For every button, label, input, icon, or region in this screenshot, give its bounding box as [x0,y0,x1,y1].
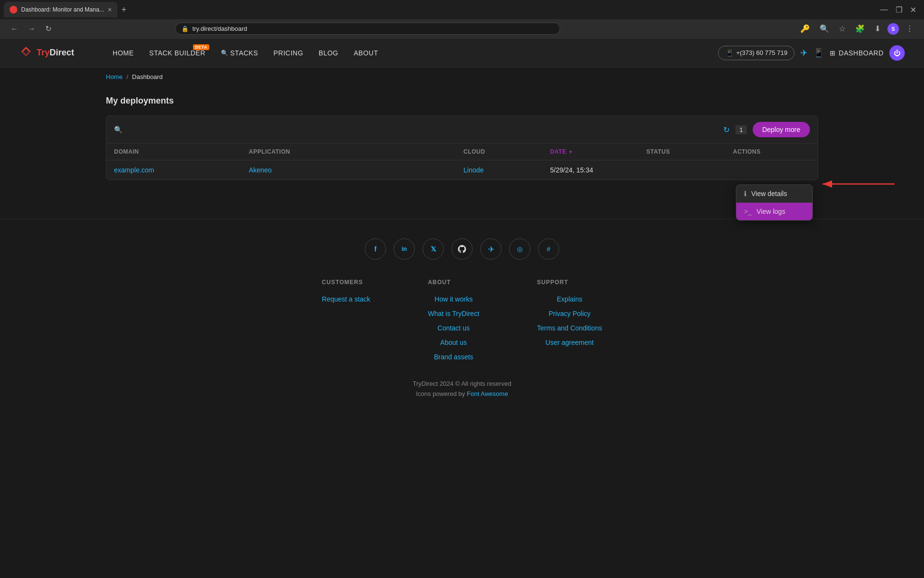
social-discord[interactable]: ◎ [509,238,530,260]
footer-contact[interactable]: Contact us [428,324,479,332]
count-badge: 1 [735,125,746,134]
search-input[interactable] [126,126,718,133]
table-row: example.com Akeneo Linode 5/29/24, 15:34… [106,160,818,180]
font-awesome-link[interactable]: Font Awesome [467,390,508,397]
new-tab-btn[interactable]: + [117,5,130,15]
social-twitter[interactable]: 𝕏 [423,238,444,260]
grid-icon: ⊞ [830,49,836,57]
info-icon: ℹ [744,190,746,197]
table-header: Domain Application Cloud Date ▼ Status A… [106,144,818,160]
social-linkedin[interactable]: in [394,238,415,260]
arrow-indicator [818,177,904,191]
view-logs-item[interactable]: >_ View logs [736,203,812,220]
password-manager-icon[interactable]: 🔑 [797,22,813,35]
minimize-btn[interactable]: — [876,3,892,16]
footer-what-is[interactable]: What is TryDirect [428,310,479,317]
footer-how-it-works[interactable]: How it works [428,295,479,303]
nav-about[interactable]: ABOUT [354,49,378,57]
domain-cell[interactable]: example.com [114,166,249,174]
tab-close-btn[interactable]: × [108,6,112,13]
active-tab[interactable]: Dashboard: Monitor and Mana... × [4,2,117,17]
view-details-item[interactable]: ℹ View details [736,185,812,203]
search-wrapper: 🔍 [114,126,718,133]
whatsapp-btn[interactable]: 📱 [813,48,824,58]
breadcrumb-current: Dashboard [132,73,163,80]
footer: f in 𝕏 ✈ ◎ # CUSTOMERS Request a stack A… [0,219,924,407]
social-github[interactable] [451,238,473,260]
url-input[interactable] [192,25,554,32]
forward-btn[interactable]: → [25,23,38,35]
social-slack[interactable]: # [538,238,559,260]
logo[interactable]: TryDirect [19,46,74,60]
zoom-icon[interactable]: 🔍 [817,22,832,35]
col-cloud-header: Cloud [463,148,550,155]
tab-title: Dashboard: Monitor and Mana... [21,6,104,13]
social-telegram[interactable]: ✈ [480,238,501,260]
search-nav-icon: 🔍 [221,50,229,56]
nav-pricing[interactable]: PRICING [273,49,303,57]
main-nav: HOME STACK BUILDER BETA 🔍 STACKS PRICING… [113,49,378,57]
browser-toolbar: ← → ↻ 🔒 🔑 🔍 ☆ 🧩 ⬇ S ⋮ [0,19,924,39]
beta-badge: BETA [193,44,209,50]
bookmark-icon[interactable]: ☆ [836,22,848,35]
sort-icon: ▼ [568,149,573,155]
footer-privacy[interactable]: Privacy Policy [537,310,602,317]
col-application-header: Application [249,148,463,155]
application-cell[interactable]: Akeneo [249,166,463,174]
browser-user-avatar[interactable]: S [887,23,899,35]
footer-user-agreement[interactable]: User agreement [537,339,602,346]
extensions-icon[interactable]: 🧩 [852,22,868,35]
lock-icon: 🔒 [181,26,189,32]
footer-links: CUSTOMERS Request a stack ABOUT How it w… [0,279,924,361]
terminal-icon: >_ [744,208,752,215]
cloud-cell[interactable]: Linode [463,166,550,174]
nav-blog[interactable]: BLOG [319,49,338,57]
nav-stack-builder[interactable]: STACK BUILDER BETA [149,49,205,57]
nav-home[interactable]: HOME [113,49,134,57]
refresh-btn[interactable]: ↻ [723,125,730,134]
footer-explains[interactable]: Explains [537,295,602,303]
browser-tabs: Dashboard: Monitor and Mana... × + — ❐ ✕ [0,0,924,19]
browser-menu-btn[interactable]: ⋮ [903,22,916,35]
logo-text: TryDirect [37,48,74,58]
maximize-btn[interactable]: ❐ [892,3,906,16]
footer-social: f in 𝕏 ✈ ◎ # [0,238,924,260]
tab-favicon [10,6,17,13]
social-facebook[interactable]: f [365,238,386,260]
col-date-header[interactable]: Date ▼ [550,148,646,155]
footer-customers-col: CUSTOMERS Request a stack [322,279,370,361]
close-btn[interactable]: ✕ [906,3,920,16]
deployments-table: 🔍 ↻ 1 Deploy more Domain Application Clo… [106,116,818,180]
date-cell: 5/29/24, 15:34 [550,166,646,174]
breadcrumb-separator: / [127,73,128,80]
customers-title: CUSTOMERS [322,279,370,286]
footer-brand-assets[interactable]: Brand assets [428,353,479,361]
footer-about-us[interactable]: About us [428,339,479,346]
footer-request-stack[interactable]: Request a stack [322,295,370,303]
footer-terms[interactable]: Terms and Conditions [537,324,602,332]
toolbar-actions: 🔑 🔍 ☆ 🧩 ⬇ S ⋮ [797,22,916,35]
actions-dropdown: ℹ View details >_ View logs [736,184,813,221]
phone-button[interactable]: 📱 +(373) 60 775 719 [718,46,795,60]
footer-support-col: SUPPORT Explains Privacy Policy Terms an… [537,279,602,361]
deploy-more-btn[interactable]: Deploy more [753,122,810,137]
logo-icon [19,46,33,60]
powered-by: Icons powered by Font Awesome [0,390,924,397]
support-title: SUPPORT [537,279,602,286]
window-controls: — ❐ ✕ [876,3,920,16]
footer-about-col: ABOUT How it works What is TryDirect Con… [428,279,479,361]
table-toolbar: 🔍 ↻ 1 Deploy more [106,116,818,144]
address-bar[interactable]: 🔒 [175,23,560,35]
breadcrumb-home[interactable]: Home [106,73,123,80]
dashboard-btn[interactable]: ⊞ DASHBOARD [830,49,884,57]
back-btn[interactable]: ← [8,23,21,35]
app-header: TryDirect HOME STACK BUILDER BETA 🔍 STAC… [0,39,924,67]
power-btn[interactable]: ⏻ [889,45,905,61]
col-domain-header: Domain [114,148,249,155]
nav-stacks[interactable]: 🔍 STACKS [221,49,258,57]
telegram-btn[interactable]: ✈ [800,48,808,58]
col-actions-header: Actions [733,148,810,155]
download-icon[interactable]: ⬇ [872,22,884,35]
reload-btn[interactable]: ↻ [42,22,54,35]
browser-chrome: Dashboard: Monitor and Mana... × + — ❐ ✕… [0,0,924,39]
